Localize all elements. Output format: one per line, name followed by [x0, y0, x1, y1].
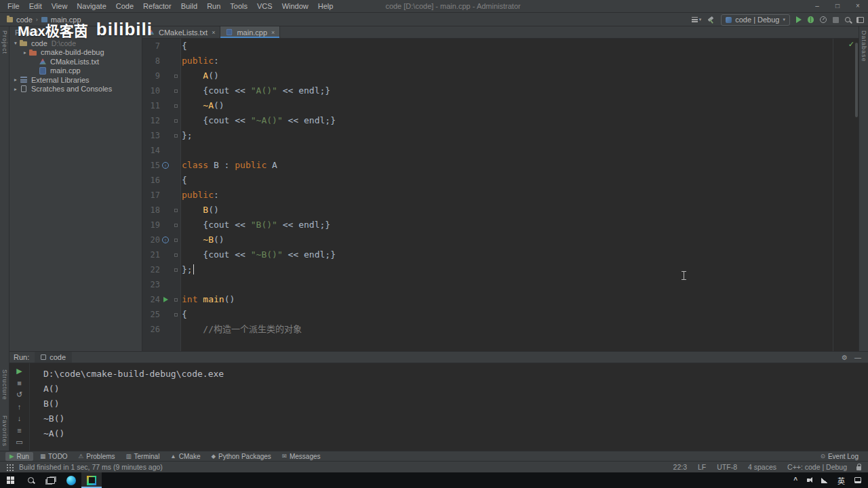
code-text[interactable]: { [182, 307, 187, 322]
toolwindow-run[interactable]: ▶Run [5, 452, 33, 461]
code-text[interactable]: }; [182, 128, 193, 143]
code-text[interactable]: //构造一个派生类的对象 [182, 322, 302, 337]
menu-file[interactable]: File [3, 0, 24, 12]
code-text[interactable]: int main() [182, 292, 235, 307]
menu-help[interactable]: Help [313, 0, 338, 12]
tab-close-icon[interactable]: × [212, 29, 215, 36]
taskbar-clion-button[interactable] [81, 472, 102, 488]
code-text[interactable]: { [182, 173, 187, 188]
up-stack-trace-icon[interactable]: ↑ [18, 403, 22, 411]
editor-scrollbar[interactable] [855, 43, 858, 117]
tree-item[interactable]: ▸External Libraries [9, 75, 142, 85]
fold-marker[interactable] [174, 268, 178, 272]
layout-settings-button[interactable] [856, 17, 864, 23]
menu-refactor[interactable]: Refactor [138, 0, 176, 12]
fold-marker[interactable] [174, 313, 178, 317]
menu-build[interactable]: Build [176, 0, 202, 12]
code-text[interactable]: class B : public A [182, 158, 277, 173]
fold-marker[interactable] [174, 253, 178, 257]
fold-marker[interactable] [174, 134, 178, 138]
tree-expand-arrow[interactable]: ▸ [12, 77, 19, 83]
toolwindow-switcher-icon[interactable] [7, 464, 8, 466]
code-text[interactable]: { [182, 39, 187, 54]
run-button[interactable] [796, 16, 802, 23]
breadcrumb-item[interactable]: main.cpp [51, 16, 81, 24]
code-text[interactable]: public: [182, 54, 219, 68]
menu-navigate[interactable]: Navigate [72, 0, 111, 12]
code-text[interactable]: ~B() [182, 232, 224, 247]
run-console-tab[interactable]: code [35, 352, 72, 363]
stripe-label-database[interactable]: Database [861, 30, 867, 62]
fold-marker[interactable] [174, 119, 178, 123]
status-widget-0[interactable]: 22:3 [673, 463, 687, 471]
soft-wrap-icon[interactable]: ≡ [17, 426, 21, 434]
lock-icon[interactable] [856, 466, 861, 470]
clear-console-icon[interactable]: ▭ [16, 438, 22, 446]
menu-edit[interactable]: Edit [24, 0, 47, 12]
override-gutter-icon[interactable]: ↑ [162, 162, 169, 169]
vcs-operations-icon[interactable]: ▾ [692, 17, 702, 22]
menu-vcs[interactable]: VCS [252, 0, 277, 12]
toolwindow-todo[interactable]: ▦TODO [36, 452, 72, 461]
maximize-button[interactable]: □ [827, 0, 848, 13]
hide-toolwindow-icon[interactable]: — [854, 354, 861, 361]
tree-item[interactable]: ▸Scratches and Consoles [9, 85, 142, 94]
menu-window[interactable]: Window [277, 0, 313, 12]
code-text[interactable]: B() [182, 203, 219, 218]
code-text[interactable]: }; [182, 262, 194, 277]
tree-item[interactable]: ▾codeD:\code [9, 39, 142, 48]
taskbar-edge-button[interactable] [61, 472, 81, 488]
fold-marker[interactable] [174, 298, 178, 302]
fold-marker[interactable] [174, 209, 178, 212]
fold-marker[interactable] [174, 89, 178, 93]
volume-icon[interactable] [807, 479, 810, 482]
tree-item[interactable]: CMakeLists.txt [9, 57, 142, 66]
run-gutter-icon[interactable] [163, 297, 168, 302]
start-button[interactable] [0, 472, 20, 488]
stripe-label-structure[interactable]: Structure [1, 369, 8, 401]
fold-marker[interactable] [174, 104, 178, 108]
task-view-button[interactable] [41, 472, 61, 488]
code-text[interactable]: {cout << "~A()" << endl;} [182, 113, 336, 128]
menu-tools[interactable]: Tools [225, 0, 252, 12]
rerun-icon[interactable]: ▶ [16, 367, 22, 375]
tree-expand-arrow[interactable]: ▸ [12, 86, 19, 92]
menu-view[interactable]: View [47, 0, 73, 12]
toolwindow-messages[interactable]: ✉Messages [278, 452, 325, 461]
stop-icon[interactable]: ■ [17, 379, 22, 387]
status-widget-3[interactable]: 4 spaces [748, 463, 776, 471]
code-text[interactable]: {cout << "A()" << endl;} [182, 83, 330, 98]
tray-expand-icon[interactable]: ^ [793, 476, 797, 484]
input-language-indicator[interactable]: 英 [837, 475, 845, 486]
override-gutter-icon[interactable]: ↑ [162, 237, 169, 243]
tree-item[interactable]: main.cpp [9, 66, 142, 76]
code-text[interactable]: {cout << "B()" << endl;} [182, 218, 330, 232]
console-output[interactable]: D:\code\cmake-build-debug\code.exeA()B()… [30, 363, 868, 451]
tree-item[interactable]: ▸cmake-build-debug [9, 48, 142, 58]
toolwindow-terminal[interactable]: ▥Terminal [122, 452, 164, 461]
code-text[interactable]: {cout << "~B()" << endl;} [182, 247, 336, 262]
tab-cmakelists-txt[interactable]: CMakeLists.txt× [142, 26, 220, 38]
menu-run[interactable]: Run [202, 0, 225, 12]
fold-marker[interactable] [174, 239, 178, 242]
run-configuration-select[interactable]: code | Debug ▾ [721, 14, 790, 26]
tab-close-icon[interactable]: × [271, 29, 275, 36]
action-center-icon[interactable] [854, 477, 861, 483]
code-text[interactable]: A() [182, 68, 219, 83]
toolwindow-problems[interactable]: ⚠Problems [75, 452, 119, 461]
code-editor[interactable]: 7{8public:9 A()10 {cout << "A()" << endl… [142, 39, 859, 351]
toolwindow-cmake[interactable]: ▲CMake [166, 452, 204, 461]
profile-button[interactable] [820, 16, 827, 23]
fold-marker[interactable] [174, 75, 178, 78]
code-text[interactable]: ~A() [182, 98, 224, 113]
breadcrumb-item[interactable]: code [16, 16, 33, 24]
close-button[interactable]: × [848, 0, 868, 13]
taskbar-search-button[interactable] [20, 472, 41, 488]
fold-marker[interactable] [174, 224, 178, 227]
down-stack-trace-icon[interactable]: ↓ [18, 414, 22, 422]
menu-code[interactable]: Code [111, 0, 138, 12]
stripe-label-favorites[interactable]: Favorites [1, 415, 8, 447]
minimize-button[interactable]: – [807, 0, 827, 13]
tree-expand-arrow[interactable]: ▸ [22, 49, 28, 56]
status-widget-2[interactable]: UTF-8 [717, 463, 737, 471]
